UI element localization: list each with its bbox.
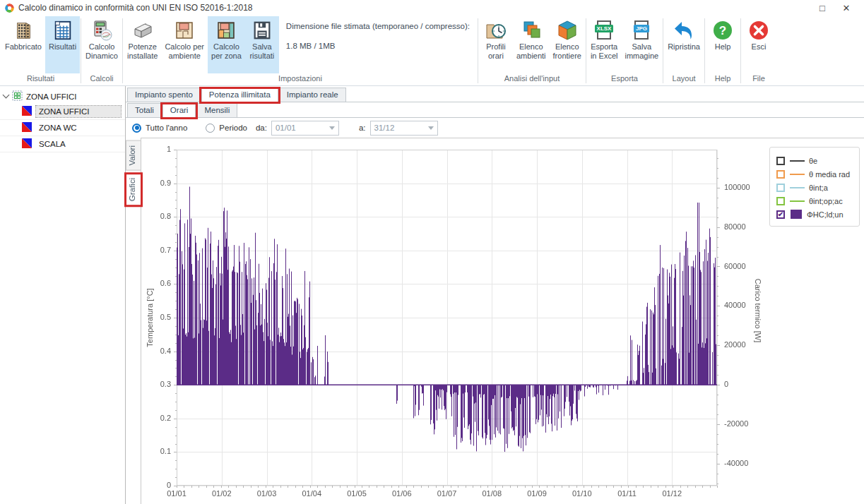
ribbon-button-spreadsheet[interactable]: Risultati [45,16,80,73]
ribbon-button-undo[interactable]: Ripristina [664,16,704,73]
to-date-combobox[interactable]: 31/12 [370,121,438,136]
legend-label: θint;op;ac [809,197,843,205]
tree-item-scala[interactable]: SCALA [0,136,125,152]
legend-swatch [790,160,805,162]
ribbon-button-layers[interactable]: Elenco ambienti [513,16,550,73]
ribbon-separator [81,18,81,83]
window-title: Calcolo dinamico in conformità con UNI E… [18,3,253,13]
svg-text:JPG: JPG [636,25,647,32]
ribbon-button-label: Elenco frontiere [553,42,581,61]
legend-checkbox[interactable] [776,197,785,205]
vertical-tab-grafici[interactable]: Grafici [126,173,141,206]
ribbon-button-folder-clock[interactable]: Profili orari [479,16,513,73]
tree-item-label: ZONA WC [36,122,121,133]
ribbon-button-floorplan-zones[interactable]: Calcolo per zona [208,16,245,73]
root-zone-icon [12,90,23,102]
tab-label: Impianto reale [287,90,338,99]
ribbon-button-label: Salva immagine [625,42,658,61]
ribbon-button-help[interactable]: ?Help [706,16,740,73]
ribbon-separator [478,18,478,83]
ribbon-group-esporta: XLSXEsporta in ExcelJPGSalva immagineEsp… [587,16,662,85]
ribbon-button-label: Esporta in Excel [591,42,618,61]
floppy-icon [251,18,273,42]
tab-label: Valori [128,145,136,166]
zones-tree: ZONA UFFICI ZONA UFFICIZONA WCSCALA [0,86,126,504]
chevron-down-icon[interactable] [3,92,10,99]
undo-icon [673,18,695,42]
from-date-combobox[interactable]: 01/01 [271,121,339,136]
ribbon-group-caption: Layout [664,73,704,85]
floorplan-icon [173,18,196,42]
ribbon-group-calcoli: Calcolo DinamicoCalcoli [82,16,122,85]
tree-root-label: ZONA UFFICI [26,92,77,101]
ribbon-group-analisi-dell-input: Profili orariElenco ambientiElenco front… [479,16,585,85]
tab-orari[interactable]: Orari [162,103,196,118]
radio-period[interactable] [206,124,215,133]
ribbon-button-building[interactable]: Fabbricato [1,16,45,73]
svg-text:?: ? [719,24,726,37]
load-bars-chart-canvas [141,138,862,504]
ribbon-button-floorplan[interactable]: Calcolo per ambiente [161,16,208,73]
ribbon-separator [740,18,741,83]
legend-checkbox[interactable] [776,170,785,179]
file-size-info: Dimensione file stimata (temporaneo / co… [279,16,477,73]
legend-item-3: θint;a [776,181,855,194]
app-logo-icon [5,4,14,13]
legend-item-5: ✔ΦHC;ld;un [776,208,855,221]
period-controls: Tutto l'anno Periodo da: 01/01 a: 31/12 [126,118,864,138]
tab-totali[interactable]: Totali [127,103,162,117]
chart-panel: θeθ media radθint;aθint;op;ac✔ΦHC;ld;un [141,138,864,504]
ribbon-button-floppy[interactable]: Salva risultati [245,16,279,73]
slab-icon [131,18,154,42]
legend-checkbox[interactable] [776,184,785,192]
tab-label: Potenza illimitata [209,90,271,99]
to-label: a: [359,124,366,132]
svg-text:XLSX: XLSX [597,25,613,32]
help-icon: ? [711,18,734,42]
legend-swatch [790,174,805,175]
ribbon-group-caption: Analisi dell'input [479,73,585,85]
ribbon-group-file: EsciFile [742,16,776,85]
tab-mensili[interactable]: Mensili [196,103,237,117]
tree-root-row[interactable]: ZONA UFFICI [0,89,125,104]
ribbon-button-xlsx[interactable]: XLSXEsporta in Excel [587,16,622,73]
ribbon-separator [122,18,123,83]
chart-legend: θeθ media radθint;aθint;op;ac✔ΦHC;ld;un [769,147,860,227]
ribbon-button-calculator[interactable]: Calcolo Dinamico [82,16,122,73]
tab-potenza-illimitata[interactable]: Potenza illimitata [201,88,278,102]
ribbon-button-slab[interactable]: Potenze installate [124,16,161,73]
vertical-tab-valori[interactable]: Valori [126,140,141,171]
tab-label: Totali [135,106,154,114]
legend-checkbox[interactable] [776,157,785,165]
folder-clock-icon [484,18,508,42]
ribbon-button-jpg[interactable]: JPGSalva immagine [621,16,662,73]
ribbon-button-exit[interactable]: Esci [742,16,776,73]
legend-checkbox[interactable]: ✔ [776,210,785,219]
values-graphs-vertical-tabs: ValoriGrafici [126,138,141,504]
ribbon-button-label: Help [715,42,731,52]
ribbon-button-label: Esci [752,42,767,52]
tab-label: Mensili [204,106,230,114]
from-label: da: [256,124,267,132]
ribbon-button-cube[interactable]: Elenco frontiere [550,16,585,73]
tab-impianto-reale[interactable]: Impianto reale [279,88,346,102]
ribbon-button-label: Elenco ambienti [516,42,546,61]
ribbon-group-help: ?HelpHelp [706,16,740,85]
ribbon-separator [663,18,663,83]
ribbon-group-risultati: FabbricatoRisultatiRisultati [1,16,80,85]
calculator-icon [90,18,113,42]
radio-all-year[interactable] [132,124,141,133]
ribbon-button-label: Ripristina [668,42,700,52]
tree-item-zona-wc[interactable]: ZONA WC [0,120,125,136]
content-area: Impianto spentoPotenza illimitataImpiant… [126,86,864,504]
maximize-button[interactable]: □ [810,3,834,13]
radio-all-year-label: Tutto l'anno [146,124,187,132]
ribbon-separator [586,18,586,83]
tab-impianto-spento[interactable]: Impianto spento [127,88,201,102]
layers-icon [520,18,543,42]
close-button[interactable]: ✕ [834,3,858,13]
to-date-value: 31/12 [374,124,395,132]
ribbon-group-caption: Calcoli [82,73,122,85]
exit-icon [747,18,770,42]
tree-item-zona-uffici[interactable]: ZONA UFFICI [0,104,125,120]
